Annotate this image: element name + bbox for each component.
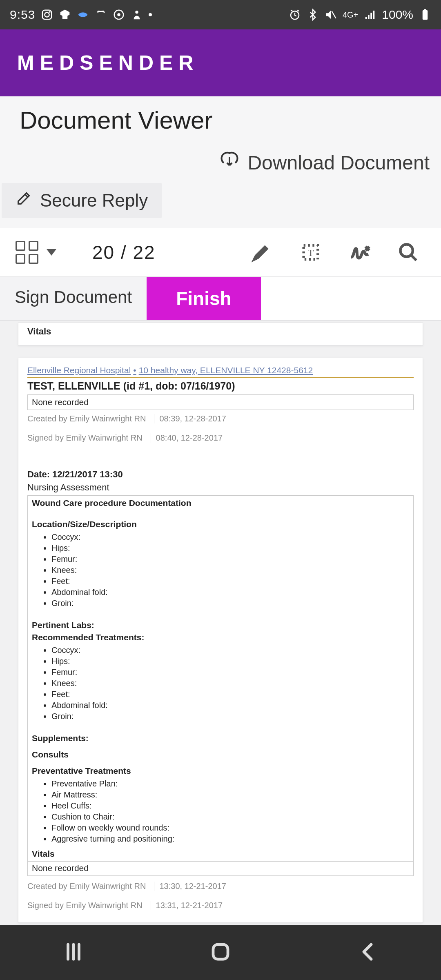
secure-reply-label: Secure Reply xyxy=(40,190,148,211)
circle-icon xyxy=(113,9,125,21)
list-item: Abdominal fold: xyxy=(51,700,409,711)
annotation-tools: T xyxy=(237,228,433,276)
svg-rect-9 xyxy=(423,10,428,20)
divider xyxy=(27,451,414,451)
list-item: Hips: xyxy=(51,656,409,667)
svg-text:T: T xyxy=(307,247,314,258)
finish-button[interactable]: Finish xyxy=(147,277,261,320)
meta-signed-label-2: Signed by Emily Wainwright RN xyxy=(27,901,143,910)
highlighter-icon xyxy=(251,242,272,263)
list-item: Groin: xyxy=(51,711,409,722)
document-viewport[interactable]: Vitals Ellenville Regional Hospital•10 h… xyxy=(0,323,441,980)
signal-icon xyxy=(364,9,376,21)
mute-icon xyxy=(325,9,337,21)
status-clock: 9:53 xyxy=(10,8,35,22)
svg-line-8 xyxy=(332,11,336,18)
svg-line-16 xyxy=(411,255,416,261)
list-item: Feet: xyxy=(51,689,409,700)
compose-icon xyxy=(16,190,32,211)
page-indicator: 20 / 22 xyxy=(92,241,156,263)
list-item: Air Mattress: xyxy=(51,789,409,800)
page-title: Document Viewer xyxy=(20,106,212,134)
meta-created-label-2: Created by Emily Wainwright RN xyxy=(27,882,146,891)
recommended-treatments-header: Recommended Treatments: xyxy=(32,633,409,642)
meta-signed-2: Signed by Emily Wainwright RN 13:31, 12-… xyxy=(27,901,414,910)
list-item: Aggresive turning and positioning: xyxy=(51,833,409,844)
status-left: 9:53 xyxy=(10,8,152,22)
dot-icon xyxy=(149,13,152,16)
location-list: Coccyx:Hips:Femur:Knees:Feet:Abdominal f… xyxy=(51,532,409,609)
search-tool[interactable] xyxy=(384,228,433,276)
toolbar-actions: Sign Document Finish xyxy=(0,277,441,321)
svg-point-15 xyxy=(401,245,413,257)
back-button[interactable] xyxy=(356,941,379,964)
patient-title: TEST, ELLENVILLE (id #1, dob: 07/16/1970… xyxy=(27,380,414,392)
list-item: Preventative Plan: xyxy=(51,778,409,789)
sign-document-button[interactable]: Sign Document xyxy=(0,277,147,320)
preventative-list: Preventative Plan:Air Mattress:Heel Cuff… xyxy=(51,778,409,844)
meta-created-value-2: 13:30, 12-21-2017 xyxy=(154,882,226,891)
meta-created-2: Created by Emily Wainwright RN 13:30, 12… xyxy=(27,882,414,891)
grid-icon xyxy=(16,241,38,264)
textbox-tool[interactable]: T xyxy=(286,228,335,276)
section-title: Nursing Assessment xyxy=(27,482,414,493)
search-icon xyxy=(398,242,419,263)
download-icon xyxy=(220,151,239,175)
thumbnails-button[interactable] xyxy=(8,237,64,268)
status-right: 4G+ 100% xyxy=(289,8,431,22)
hospital-address: 10 healthy way, ELLENVILLE NY 12428-5612 xyxy=(139,365,313,375)
list-item: Knees: xyxy=(51,565,409,576)
bluetooth-icon xyxy=(307,9,319,21)
toolbar-viewer: 20 / 22 T xyxy=(0,228,441,277)
wound-care-panel: Wound Care procedure Documentation Locat… xyxy=(27,495,414,847)
svg-point-2 xyxy=(49,11,51,13)
location-header: Location/Size/Description xyxy=(32,519,409,529)
battery-percent: 100% xyxy=(382,8,413,22)
pertinent-labs-header: Pertinent Labs: xyxy=(32,620,409,630)
instagram-icon xyxy=(41,9,53,21)
supplements-header: Supplements: xyxy=(32,733,409,743)
meta-signed-value: 08:40, 12-28-2017 xyxy=(151,433,223,443)
meta-created-label: Created by Emily Wainwright RN xyxy=(27,414,146,423)
download-label: Download Document xyxy=(247,151,430,174)
person-icon xyxy=(131,9,143,21)
document-page-prev: Vitals xyxy=(18,323,423,345)
home-button[interactable] xyxy=(209,941,232,964)
meta-signed-value-2: 13:31, 12-21-2017 xyxy=(151,901,223,910)
list-item: Cushion to Chair: xyxy=(51,811,409,822)
list-item: Groin: xyxy=(51,598,409,609)
list-item: Abdominal fold: xyxy=(51,587,409,598)
alarm-icon xyxy=(289,9,301,21)
list-item: Coccyx: xyxy=(51,645,409,656)
vitals-none-recorded: None recorded xyxy=(27,862,414,876)
list-item: Knees: xyxy=(51,678,409,689)
svg-rect-10 xyxy=(424,9,426,11)
meta-signed: Signed by Emily Wainwright RN 08:40, 12-… xyxy=(27,433,414,443)
network-type-label: 4G+ xyxy=(343,11,358,19)
download-document-button[interactable]: Download Document xyxy=(220,151,430,175)
battery-icon xyxy=(419,9,431,21)
list-item: Hips: xyxy=(51,543,409,554)
meta-created-value: 08:39, 12-28-2017 xyxy=(154,414,226,423)
vitals-label: Vitals xyxy=(27,326,414,337)
tesla-icon xyxy=(95,9,107,21)
highlighter-tool[interactable] xyxy=(237,228,286,276)
meta-created: Created by Emily Wainwright RN 08:39, 12… xyxy=(27,414,414,423)
secure-reply-button[interactable]: Secure Reply xyxy=(2,183,162,218)
svg-point-5 xyxy=(118,13,121,16)
recents-button[interactable] xyxy=(62,941,85,964)
list-item: Heel Cuffs: xyxy=(51,800,409,811)
app-header: MEDSENDER xyxy=(0,29,441,96)
svg-point-1 xyxy=(45,12,49,17)
list-item: Follow on weekly wound rounds: xyxy=(51,822,409,833)
chevron-down-icon xyxy=(47,249,56,256)
signature-tool[interactable] xyxy=(335,228,384,276)
app-icon xyxy=(77,9,89,21)
toolbar-primary: Document Viewer Download Document xyxy=(0,96,441,175)
svg-rect-3 xyxy=(62,16,68,19)
svg-point-6 xyxy=(136,11,139,14)
consults-header: Consults xyxy=(32,750,409,760)
print-icon xyxy=(59,9,71,21)
status-bar: 9:53 4G+ 100% xyxy=(0,0,441,29)
recommended-list: Coccyx:Hips:Femur:Knees:Feet:Abdominal f… xyxy=(51,645,409,722)
